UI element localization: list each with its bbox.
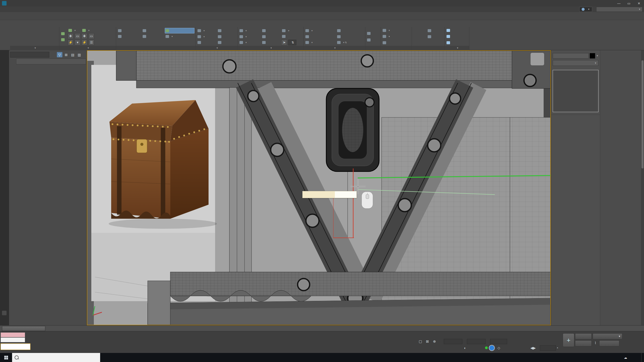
loop-grow-icon[interactable]: ✚: [68, 33, 73, 39]
nurms-button[interactable]: [117, 34, 141, 39]
ring-button[interactable]: ▾: [82, 28, 94, 33]
loop-fast-icon[interactable]: ⚡: [68, 39, 73, 45]
loop-shrink-icon[interactable]: ▭: [75, 33, 80, 39]
spin-button[interactable]: [281, 34, 302, 39]
smooth-edge-button[interactable]: [446, 34, 468, 39]
bridge-button[interactable]: ▾: [281, 28, 302, 33]
ring-fast-icon[interactable]: ⚡: [82, 39, 87, 45]
loop-options-icon[interactable]: ▾: [75, 39, 80, 45]
remove-button[interactable]: [261, 28, 280, 33]
relax-button[interactable]: ▾: [197, 28, 216, 33]
edit-tris-button[interactable]: [366, 31, 380, 36]
explorer-search-input[interactable]: [10, 52, 49, 58]
z-coordinate-field[interactable]: [490, 339, 507, 344]
tree-view-icon[interactable]: ▤: [70, 52, 75, 57]
detach-button[interactable]: [197, 40, 216, 45]
set-keys-button[interactable]: +: [563, 333, 574, 347]
flat-view-icon[interactable]: ▥: [76, 52, 82, 57]
show-desktop-button[interactable]: [641, 353, 643, 362]
viewport-canvas[interactable]: [87, 51, 550, 325]
remove-loop-button[interactable]: [336, 34, 364, 39]
key-steps-icon[interactable]: ◔: [554, 345, 560, 350]
key-filters-button[interactable]: [599, 340, 619, 346]
modifier-list-dropdown[interactable]: ▼: [553, 60, 598, 66]
selection-lock-icon[interactable]: ⊠: [425, 339, 430, 344]
polygon-modeling-label[interactable]: ▼: [10, 46, 59, 50]
edit-section-label[interactable]: [116, 46, 195, 50]
hard-edge-button[interactable]: [446, 28, 468, 33]
workspace-dropdown[interactable]: ▼: [596, 7, 642, 12]
y-coordinate-field[interactable]: [467, 339, 486, 344]
auto-key-button[interactable]: [575, 333, 592, 339]
ring-grow-icon[interactable]: ✚: [82, 33, 87, 39]
qslice-button[interactable]: [142, 28, 164, 33]
object-name-field[interactable]: [553, 53, 589, 59]
viewcube[interactable]: [531, 53, 544, 65]
explorer-header[interactable]: [16, 59, 86, 64]
maxscript-listener-field[interactable]: [1, 337, 25, 342]
target-button[interactable]: [261, 40, 280, 45]
geometry-section-label[interactable]: ▼: [196, 46, 237, 50]
msmooth-button[interactable]: ▾: [382, 28, 411, 33]
chamfer-button[interactable]: ▾: [239, 34, 260, 39]
dist-connect-button[interactable]: [305, 34, 335, 39]
modify-selection-label[interactable]: ▼: [59, 46, 116, 50]
collapse-button[interactable]: [217, 34, 236, 39]
weld-button[interactable]: ▾: [239, 40, 260, 45]
time-slider[interactable]: [0, 325, 644, 331]
clear-search-icon[interactable]: [50, 52, 56, 57]
close-button[interactable]: ✕: [634, 0, 644, 7]
align-section-label[interactable]: [412, 46, 445, 50]
start-button[interactable]: [0, 353, 12, 362]
create-button[interactable]: [217, 28, 236, 33]
selected-keyset-dropdown[interactable]: ▼: [593, 333, 622, 339]
weather-widget[interactable]: ☁: [624, 356, 629, 359]
insert-loop-button[interactable]: [336, 28, 364, 33]
set-flow-button[interactable]: ▾ ⇅: [336, 40, 364, 45]
edges-section-label[interactable]: ▼: [238, 46, 303, 50]
grow-button[interactable]: [60, 31, 67, 36]
cap-poly-button[interactable]: [217, 40, 236, 45]
ring-shrink-icon[interactable]: ▭: [89, 33, 94, 39]
rollout-scrollbar[interactable]: [641, 50, 644, 325]
current-frame-field[interactable]: [540, 345, 556, 351]
perspective-viewport[interactable]: [87, 50, 551, 325]
isolate-toggle-icon[interactable]: ◐: [462, 345, 468, 350]
time-slider-handle[interactable]: [2, 326, 45, 331]
edge-pick-icon[interactable]: ➤: [281, 39, 287, 45]
maxscript-listener-icon[interactable]: [2, 311, 7, 315]
smooth-30-button[interactable]: [446, 40, 468, 45]
absolute-mode-icon[interactable]: ⊕: [432, 339, 437, 344]
split-button[interactable]: [261, 34, 280, 39]
x-coordinate-field[interactable]: [444, 339, 462, 344]
swift-loop-button[interactable]: [165, 28, 194, 33]
panel-scroll-arrow-icon[interactable]: ▼: [596, 55, 598, 57]
p-connect-button[interactable]: ▾: [165, 34, 194, 39]
connect-button[interactable]: ▾: [305, 28, 335, 33]
repeat-button[interactable]: [117, 28, 141, 33]
extrude-button[interactable]: ▾: [239, 28, 260, 33]
minimize-button[interactable]: —: [614, 0, 624, 7]
selection-lock-badge[interactable]: [489, 345, 495, 351]
cut-button[interactable]: [142, 34, 164, 39]
subdivision-section-label[interactable]: [381, 46, 412, 50]
set-key-button[interactable]: [575, 340, 592, 346]
make-planar-button[interactable]: [413, 29, 426, 44]
tris-section-label[interactable]: [365, 46, 381, 50]
taskbar-search[interactable]: [12, 353, 100, 362]
object-color-swatch[interactable]: [590, 53, 595, 59]
key-mode-icon[interactable]: ◀▶: [530, 345, 536, 350]
use-displacement-button[interactable]: [382, 40, 411, 45]
ring-options-icon[interactable]: ☰: [89, 39, 94, 45]
explorer-filter-icon[interactable]: ▽: [57, 52, 62, 57]
edge-count-spinner[interactable]: ⇅: [288, 40, 296, 45]
to-view-button[interactable]: [427, 28, 444, 33]
maximize-button[interactable]: ▭: [624, 0, 634, 7]
selection-lock-region-icon[interactable]: ▢: [418, 339, 423, 344]
tessellate-button[interactable]: ▾: [382, 34, 411, 39]
edit-poly-level-field[interactable]: [11, 28, 56, 29]
loops-section-label[interactable]: ▼: [304, 46, 365, 50]
signin-user-button[interactable]: ▼: [579, 7, 592, 12]
flow-connect-button[interactable]: ▾: [305, 40, 335, 45]
macro-recorder-field[interactable]: [1, 332, 25, 337]
